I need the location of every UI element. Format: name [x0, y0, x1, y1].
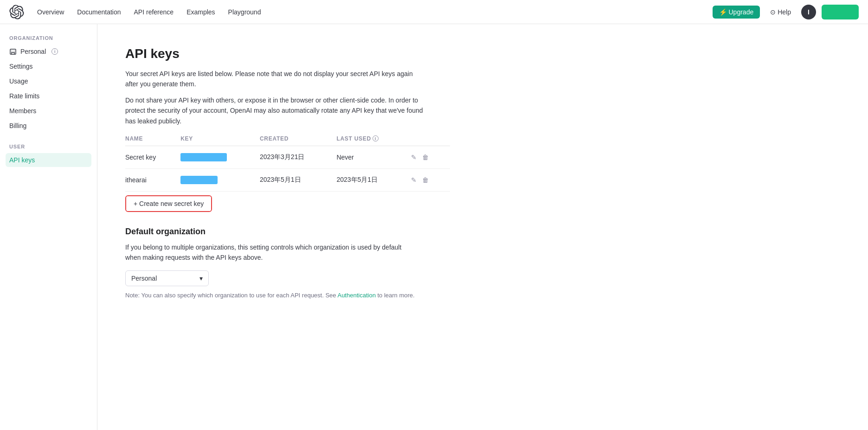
- org-group: ORGANIZATION Personal i Settings Usage R…: [6, 35, 91, 133]
- avatar[interactable]: I: [801, 5, 816, 19]
- key-created-2: 2023年5月1日: [260, 168, 336, 191]
- rate-limits-label: Rate limits: [9, 92, 39, 100]
- nav-api-reference[interactable]: API reference: [129, 6, 180, 19]
- account-button[interactable]: [822, 5, 859, 19]
- default-org-title: Default organization: [125, 227, 840, 237]
- key-last-used-1: Never: [336, 146, 409, 168]
- members-label: Members: [9, 107, 36, 115]
- last-used-info-icon: i: [373, 135, 379, 141]
- col-created: CREATED: [260, 132, 336, 146]
- key-created-1: 2023年3月21日: [260, 146, 336, 168]
- layout: ORGANIZATION Personal i Settings Usage R…: [0, 24, 868, 430]
- col-key: KEY: [180, 132, 260, 146]
- top-nav: Overview Documentation API reference Exa…: [0, 0, 868, 24]
- table-row: Secret key 2023年3月21日 Never ✎ 🗑: [125, 146, 450, 168]
- key-redacted-2: [180, 176, 218, 184]
- org-select[interactable]: Personal ▾: [125, 270, 209, 286]
- svg-rect-0: [10, 49, 16, 54]
- sidebar-item-settings[interactable]: Settings: [6, 59, 91, 73]
- col-actions: [409, 132, 450, 146]
- table-row: ithearai 2023年5月1日 2023年5月1日 ✎ 🗑: [125, 168, 450, 191]
- building-icon: [9, 48, 17, 55]
- description-1: Your secret API keys are listed below. P…: [125, 69, 427, 90]
- nav-documentation[interactable]: Documentation: [71, 6, 126, 19]
- nav-right: ⚡ Upgrade ⊙ Help I: [713, 5, 859, 19]
- key-name-2: ithearai: [125, 168, 180, 191]
- auth-link[interactable]: Authentication: [337, 292, 375, 299]
- main-content: API keys Your secret API keys are listed…: [97, 24, 868, 430]
- delete-key-2-button[interactable]: 🗑: [420, 174, 431, 186]
- default-org-desc: If you belong to multiple organizations,…: [125, 242, 404, 263]
- api-keys-table: NAME KEY CREATED LAST USED i Secret key: [125, 132, 450, 192]
- chevron-down-icon: ▾: [199, 275, 203, 282]
- sidebar-item-billing[interactable]: Billing: [6, 119, 91, 133]
- key-actions-1: ✎ 🗑: [409, 146, 450, 168]
- page-title: API keys: [125, 46, 840, 61]
- col-last-used: LAST USED i: [336, 132, 409, 146]
- logo[interactable]: [9, 5, 24, 19]
- sidebar-item-api-keys[interactable]: API keys: [6, 153, 91, 167]
- org-select-value: Personal: [131, 275, 157, 282]
- help-label: Help: [778, 8, 791, 16]
- nav-links: Overview Documentation API reference Exa…: [32, 6, 713, 19]
- upgrade-label: Upgrade: [729, 8, 754, 16]
- nav-examples[interactable]: Examples: [181, 6, 220, 19]
- create-new-secret-key-button[interactable]: + Create new secret key: [126, 196, 211, 211]
- key-redacted-1: [180, 153, 227, 161]
- key-value-1: [180, 146, 260, 168]
- api-keys-label: API keys: [9, 156, 35, 164]
- org-section-label: ORGANIZATION: [6, 35, 91, 41]
- note-text: Note: You can also specify which organiz…: [125, 292, 840, 299]
- key-last-used-2: 2023年5月1日: [336, 168, 409, 191]
- sidebar: ORGANIZATION Personal i Settings Usage R…: [0, 24, 97, 430]
- help-button[interactable]: ⊙ Help: [765, 6, 796, 19]
- billing-label: Billing: [9, 122, 26, 129]
- sidebar-item-usage[interactable]: Usage: [6, 74, 91, 88]
- key-value-2: [180, 168, 260, 191]
- upgrade-button[interactable]: ⚡ Upgrade: [713, 6, 760, 19]
- help-circle-icon: ⊙: [770, 8, 776, 16]
- personal-label: Personal: [20, 48, 46, 55]
- sidebar-item-personal[interactable]: Personal i: [6, 45, 91, 58]
- edit-key-1-button[interactable]: ✎: [409, 152, 418, 163]
- edit-key-2-button[interactable]: ✎: [409, 174, 418, 186]
- key-name-1: Secret key: [125, 146, 180, 168]
- create-key-button-wrapper: + Create new secret key: [125, 195, 212, 212]
- upgrade-icon: ⚡: [719, 8, 727, 16]
- nav-playground[interactable]: Playground: [223, 6, 267, 19]
- delete-key-1-button[interactable]: 🗑: [420, 152, 431, 163]
- col-name: NAME: [125, 132, 180, 146]
- nav-overview[interactable]: Overview: [32, 6, 70, 19]
- user-group: USER API keys: [6, 144, 91, 167]
- settings-label: Settings: [9, 63, 33, 70]
- sidebar-item-members[interactable]: Members: [6, 104, 91, 118]
- key-actions-2: ✎ 🗑: [409, 168, 450, 191]
- sidebar-item-rate-limits[interactable]: Rate limits: [6, 89, 91, 103]
- description-2: Do not share your API key with others, o…: [125, 95, 427, 126]
- info-icon: i: [51, 48, 58, 55]
- usage-label: Usage: [9, 77, 28, 85]
- user-section-label: USER: [6, 144, 91, 149]
